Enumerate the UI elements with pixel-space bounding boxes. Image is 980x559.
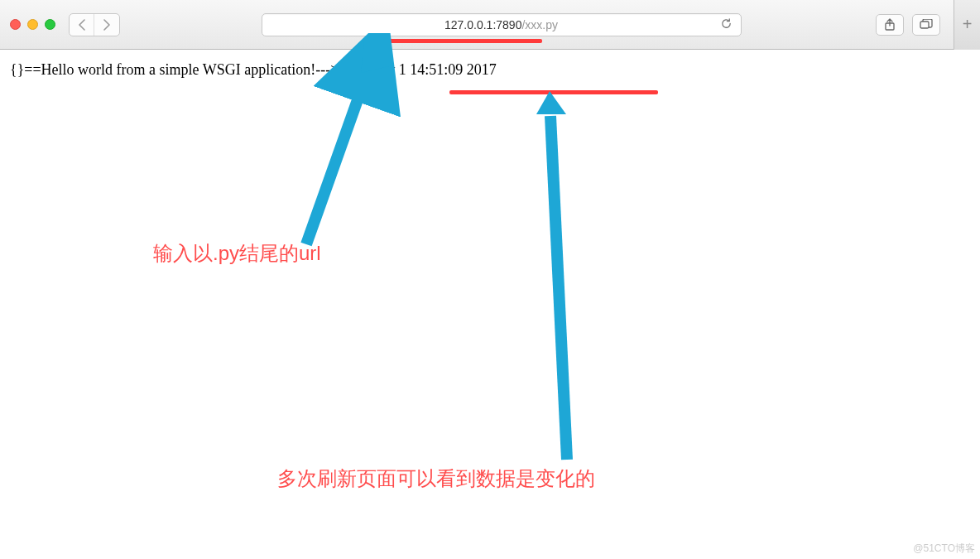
- toolbar-right: +: [876, 0, 970, 50]
- close-window-button[interactable]: [10, 19, 21, 30]
- forward-button[interactable]: [94, 14, 119, 36]
- new-tab-button[interactable]: +: [954, 0, 980, 50]
- share-button[interactable]: [876, 14, 904, 36]
- url-host: 127.0.0.1:7890: [444, 18, 521, 31]
- svg-line-6: [550, 116, 567, 460]
- minimize-window-button[interactable]: [27, 19, 38, 30]
- tabs-button[interactable]: [912, 14, 940, 36]
- page-body-text: {}==Hello world from a simple WSGI appli…: [10, 61, 497, 78]
- watermark: @51CTO博客: [913, 542, 975, 556]
- reload-icon[interactable]: [720, 17, 733, 32]
- window-controls: [10, 19, 55, 30]
- svg-marker-7: [536, 91, 566, 114]
- annotation-label-url: 输入以.py结尾的url: [153, 240, 321, 267]
- nav-button-group: [69, 13, 120, 36]
- maximize-window-button[interactable]: [45, 19, 55, 30]
- annotation-arrow-date: [497, 91, 629, 472]
- url-path: /xxx.py: [521, 18, 558, 31]
- annotation-label-refresh: 多次刷新页面可以看到数据是变化的: [277, 465, 595, 492]
- annotation-underline-url: [381, 39, 542, 43]
- svg-rect-1: [920, 22, 929, 28]
- annotation-underline-date: [449, 90, 658, 94]
- page-content: {}==Hello world from a simple WSGI appli…: [0, 50, 980, 90]
- back-button[interactable]: [70, 14, 94, 36]
- address-bar-container: 127.0.0.1:7890/xxx.py: [133, 13, 869, 36]
- address-bar[interactable]: 127.0.0.1:7890/xxx.py: [262, 13, 742, 36]
